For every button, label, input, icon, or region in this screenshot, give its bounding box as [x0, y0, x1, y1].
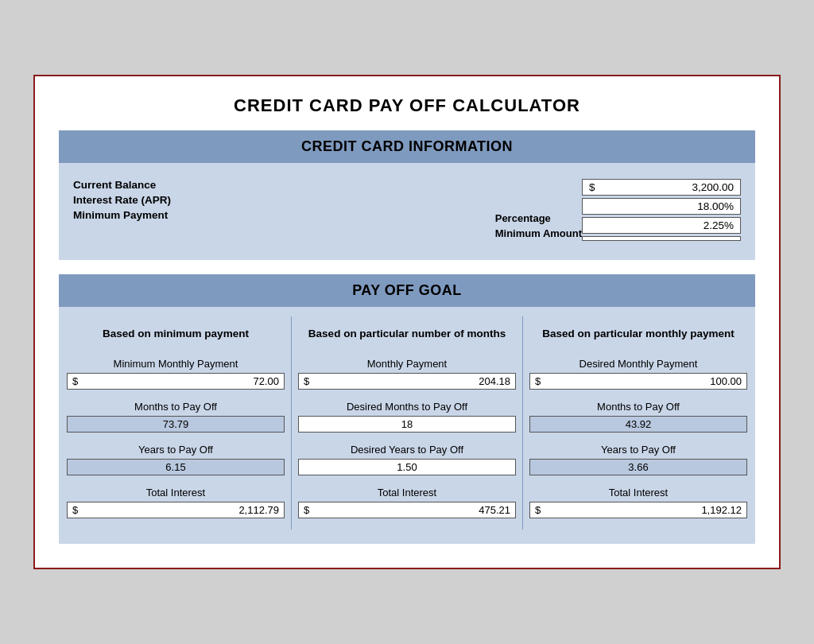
col2-dollar1: $	[304, 375, 309, 387]
col1-field1-value: 72.00	[81, 375, 279, 387]
col3-field4-label: Total Interest	[609, 487, 668, 499]
col3-field4-value: 1,192.12	[544, 504, 742, 516]
interest-rate-box[interactable]: 18.00%	[582, 198, 741, 215]
credit-info-section: Current Balance Interest Rate (APR) Mini…	[59, 163, 755, 260]
col2-field4-box[interactable]: $ 475.21	[298, 502, 516, 518]
info-labels: Current Balance Interest Rate (APR) Mini…	[73, 179, 495, 224]
col2-field2-box[interactable]: 18	[298, 416, 516, 433]
info-values: $ 3,200.00 18.00% 2.25%	[582, 179, 741, 241]
col1-dollar1: $	[72, 375, 78, 387]
col2-field4-label: Total Interest	[378, 487, 436, 499]
percentage-value: 2.25%	[589, 219, 734, 231]
col2-field4-value: 475.21	[312, 504, 510, 516]
current-balance-value: 3,200.00	[599, 181, 734, 193]
col3-field1-value: 100.00	[544, 375, 742, 387]
col3-field3-box: 3.66	[529, 459, 747, 475]
percentage-box[interactable]: 2.25%	[582, 217, 741, 234]
col3-dollar1: $	[535, 375, 541, 387]
payoff-columns: Based on minimum payment Minimum Monthly…	[59, 307, 755, 530]
minimum-payment-row: Minimum Payment	[73, 209, 495, 221]
current-balance-label: Current Balance	[73, 179, 248, 191]
col1-field1-label: Minimum Monthly Payment	[114, 358, 238, 370]
current-balance-box[interactable]: $ 3,200.00	[582, 179, 741, 196]
col3-field4-box[interactable]: $ 1,192.12	[529, 502, 747, 518]
divider-2	[522, 316, 523, 530]
main-title: CREDIT CARD PAY OFF CALCULATOR	[59, 95, 755, 116]
col2-header: Based on particular number of months	[308, 316, 506, 350]
credit-info-header: CREDIT CARD INFORMATION	[59, 130, 755, 163]
col1-field4-label: Total Interest	[146, 487, 205, 499]
col3-field2-box: 43.92	[529, 416, 747, 433]
col1-field1-box[interactable]: $ 72.00	[67, 373, 285, 390]
col3-field2-label: Months to Pay Off	[597, 401, 680, 413]
col2-dollar4: $	[304, 504, 309, 516]
col1-field4-box[interactable]: $ 2,112.79	[67, 502, 285, 518]
interest-rate-row: Interest Rate (APR)	[73, 194, 495, 206]
col2-field1-box[interactable]: $ 204.18	[298, 373, 516, 390]
col2-field3-label: Desired Years to Pay Off	[351, 444, 463, 456]
col2-field1-value: 204.18	[312, 375, 510, 387]
col1-field2-label: Months to Pay Off	[134, 401, 217, 413]
col3-header: Based on particular monthly payment	[542, 316, 735, 350]
col3-field3-label: Years to Pay Off	[601, 444, 676, 456]
payoff-section: Based on minimum payment Minimum Monthly…	[59, 307, 755, 544]
current-balance-dollar: $	[589, 181, 595, 193]
current-balance-row: Current Balance	[73, 179, 495, 191]
payoff-header: PAY OFF GOAL	[59, 274, 755, 307]
payoff-col-1: Based on minimum payment Minimum Monthly…	[67, 316, 285, 530]
col1-field3-box: 6.15	[67, 459, 285, 475]
payoff-col-2: Based on particular number of months Mon…	[298, 316, 516, 530]
interest-rate-value: 18.00%	[589, 200, 734, 212]
col1-field3-label: Years to Pay Off	[138, 444, 213, 456]
col1-dollar4: $	[72, 504, 78, 516]
col1-field2-box: 73.79	[67, 416, 285, 433]
sub-labels: Percentage Minimum Amount	[495, 179, 582, 242]
minimum-amount-label: Minimum Amount	[495, 227, 582, 239]
divider-1	[291, 316, 292, 530]
payoff-col-3: Based on particular monthly payment Desi…	[529, 316, 747, 530]
percentage-label: Percentage	[495, 212, 582, 224]
col2-field1-label: Monthly Payment	[367, 358, 447, 370]
col1-header: Based on minimum payment	[103, 316, 249, 350]
col2-field3-box: 1.50	[298, 459, 516, 475]
page-container: CREDIT CARD PAY OFF CALCULATOR CREDIT CA…	[33, 75, 781, 569]
col1-field4-value: 2,112.79	[81, 504, 279, 516]
interest-rate-label: Interest Rate (APR)	[73, 194, 248, 206]
col3-field1-label: Desired Monthly Payment	[579, 358, 698, 370]
col3-field1-box[interactable]: $ 100.00	[529, 373, 747, 390]
col2-field2-label: Desired Months to Pay Off	[347, 401, 467, 413]
minimum-amount-box[interactable]	[582, 236, 741, 241]
col3-dollar4: $	[535, 504, 541, 516]
minimum-payment-label: Minimum Payment	[73, 209, 248, 221]
